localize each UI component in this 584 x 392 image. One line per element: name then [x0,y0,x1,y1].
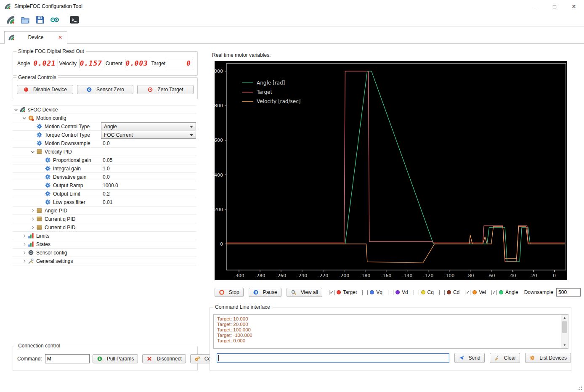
cli-input[interactable] [217,353,449,363]
pull-params-button[interactable]: Pull Params [93,354,138,363]
toolbar-arduino-link-button[interactable] [49,14,60,25]
tree-row-velocity-pid[interactable]: Velocity PID [13,148,196,156]
tree-row-output-limit[interactable]: Output Limit0.2 [13,190,196,198]
checkbox-icon[interactable]: ✓ [465,290,470,295]
readout-label: Target [151,61,165,66]
chevron-right-icon[interactable] [29,207,36,214]
maximize-button[interactable]: □ [545,0,564,13]
channel-vel[interactable]: ✓Vel [465,289,486,295]
channel-vd[interactable]: Vd [388,289,408,295]
button-label: View all [301,289,318,295]
resize-grip[interactable] [577,385,582,390]
tree-row-motion-control-type[interactable]: Motion Control TypeAngle [13,122,196,131]
toolbar-serial-terminal-button[interactable] [69,14,80,25]
channel-vq[interactable]: Vq [362,289,382,295]
channel-cd[interactable]: Cd [439,289,459,295]
series-color-dot [473,290,477,294]
send-icon [459,355,465,361]
integral-gain-value[interactable]: 1.0 [103,166,110,172]
tree-row-integral-gain[interactable]: Integral gain1.0 [13,164,196,173]
connection-control-group: Connection control Command: Pull ParamsD… [13,346,198,371]
tab-device[interactable]: Device ✕ [4,31,67,44]
sensor-zero-button[interactable]: 0Sensor Zero [77,85,133,94]
torque-control-type-select[interactable]: FOC Current [101,131,196,139]
readout-field-target: Target0 [151,59,193,68]
chevron-down-icon[interactable] [13,106,19,113]
close-button[interactable]: ✕ [564,0,584,13]
disable-device-button[interactable]: Disable Device [17,85,73,94]
tree-row-general-settings[interactable]: General settings [13,257,196,265]
zero-target-button[interactable]: Zero Target [137,85,194,94]
tab-close-icon[interactable]: ✕ [57,34,64,40]
checkbox-icon[interactable] [414,290,419,295]
channel-angle[interactable]: ✓Angle [491,289,518,295]
list-devices-button[interactable]: List Devices [525,353,571,363]
output-ramp-value[interactable]: 1000.0 [103,183,118,188]
scrollbar-thumb[interactable] [562,321,567,333]
tree-row-low-pass-filter[interactable]: Low pass filter0.01 [13,198,196,207]
tree-row-current-d-pid[interactable]: Current d PID [13,223,196,232]
cli-output[interactable]: Target: 10.000Target: 20.000Target: 100.… [213,314,568,349]
disconnect-button[interactable]: Disconnect [142,354,186,363]
derivative-gain-value[interactable]: 0.0 [103,174,110,180]
pause-icon [253,289,259,295]
chevron-placeholder [38,191,45,197]
view-all-button[interactable]: View all [287,288,322,297]
tree-row-proportional-gain[interactable]: Proportional gain0.05 [13,156,196,164]
motion-downsample-value[interactable]: 0.0 [103,140,110,146]
tree-row-states[interactable]: States [13,240,196,249]
green-down-icon [97,356,103,362]
tree-row-angle-pid[interactable]: Angle PID [13,207,196,215]
send-button[interactable]: Send [454,353,485,363]
chevron-right-icon[interactable] [29,224,36,231]
pause-button[interactable]: Pause [249,288,281,297]
tab-label: Device [15,34,57,40]
command-label: Command: [17,356,42,362]
tree-row-torque-control-type[interactable]: Torque Control TypeFOC Current [13,131,196,139]
scroll-up-icon[interactable]: ▲ [561,315,568,321]
output-limit-value[interactable]: 0.2 [103,191,110,197]
tree-row-current-q-pid[interactable]: Current q PID [13,215,196,223]
chevron-right-icon[interactable] [21,233,28,239]
motion-icon [28,115,34,121]
checkbox-icon[interactable]: ✓ [329,290,334,295]
clear-button[interactable]: Clear [490,353,520,363]
chevron-right-icon[interactable] [21,241,28,248]
chevron-down-icon[interactable] [29,148,36,155]
cli-line: Target: 100.000 [217,327,557,333]
chevron-down-icon[interactable] [21,115,28,122]
checkbox-icon[interactable] [362,290,368,295]
checkbox-icon[interactable]: ✓ [491,290,497,295]
tree-row-sfoc-device[interactable]: sFOC Device [13,106,196,114]
downsample-input[interactable] [556,288,581,297]
svg-text:-220: -220 [318,273,328,278]
low-pass-filter-value[interactable]: 0.01 [103,199,112,205]
scrollbar[interactable]: ▲ ▼ [561,315,568,348]
channel-target[interactable]: ✓Target [329,289,357,295]
toolbar-new-project-button[interactable] [5,14,16,25]
chevron-right-icon[interactable] [21,258,28,265]
svg-text:-240: -240 [297,273,307,278]
tree-row-motion-downsample[interactable]: Motion Downsample0.0 [13,139,196,148]
channel-cq[interactable]: Cq [414,289,434,295]
tree-row-limits[interactable]: Limits [13,232,196,240]
stop-button[interactable]: Stop [215,288,244,297]
chevron-right-icon[interactable] [21,249,28,256]
readout-label: Velocity [59,61,77,66]
checkbox-icon[interactable] [388,290,393,295]
button-label: Stop [229,289,239,295]
toolbar-open-project-button[interactable] [20,14,31,25]
checkbox-icon[interactable] [439,290,445,295]
minimize-button[interactable]: – [526,0,545,13]
motion-control-type-select[interactable]: Angle [101,122,196,130]
command-input[interactable] [45,354,90,363]
tree-row-output-ramp[interactable]: Output Ramp1000.0 [13,181,196,190]
tree-row-motion-config[interactable]: Motion config [13,114,196,122]
toolbar-save-button[interactable] [35,14,45,25]
svg-text:400: 400 [215,172,223,178]
scroll-down-icon[interactable]: ▼ [561,342,568,348]
proportional-gain-value[interactable]: 0.05 [103,157,112,163]
tree-row-derivative-gain[interactable]: Derivative gain0.0 [13,173,196,181]
chevron-right-icon[interactable] [29,216,36,222]
tree-row-sensor-config[interactable]: Sensor config [13,249,196,257]
